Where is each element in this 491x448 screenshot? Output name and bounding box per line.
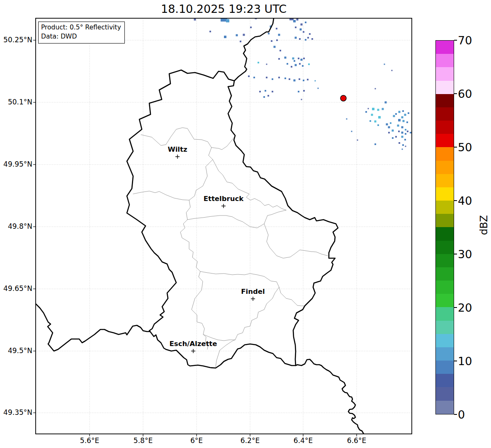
- colorbar-segment: [436, 374, 454, 387]
- radar-echo-pixel: [305, 22, 306, 23]
- colorbar-segment: [436, 187, 454, 201]
- colorbar-segment: [436, 107, 454, 121]
- radar-echo-pixel: [391, 70, 393, 71]
- radar-echo-pixel: [268, 33, 270, 34]
- radar-echo-layer: [194, 15, 412, 150]
- lon-tick-label: 6.2°E: [231, 437, 269, 444]
- radar-echo-pixel: [294, 60, 295, 62]
- radar-echo-pixel: [397, 125, 399, 127]
- radar-echo-pixel: [272, 78, 273, 80]
- radar-echo-pixel: [390, 122, 391, 124]
- radar-echo-pixel: [408, 112, 409, 114]
- colorbar-tick-label: 0: [458, 409, 465, 420]
- radar-echo-pixel: [351, 131, 352, 132]
- radar-echo-pixel: [406, 121, 408, 123]
- lon-tick-label: 6.6°E: [338, 437, 375, 444]
- city-label: Ettelbruck: [204, 195, 244, 203]
- radar-echo-pixel: [265, 90, 266, 92]
- lat-tick-label: 50.25°N: [1, 36, 32, 44]
- colorbar-tick-label: 60: [458, 88, 472, 99]
- colorbar-tick-mark: [454, 147, 457, 148]
- colorbar-tick-mark: [454, 307, 457, 308]
- radar-echo-pixel: [303, 31, 304, 33]
- colorbar-segment: [436, 387, 454, 400]
- colorbar-segment: [436, 281, 454, 294]
- radar-echo-pixel: [240, 41, 241, 42]
- radar-echo-pixel: [402, 144, 404, 146]
- radar-echo-pixel: [302, 65, 304, 67]
- map-plot: WiltzEttelbruckFindelEsch/Alzette: [0, 0, 491, 448]
- radar-echo-pixel: [263, 96, 265, 98]
- colorbar-tick-label: 40: [458, 195, 472, 206]
- colorbar-segment: [436, 174, 454, 187]
- radar-echo-pixel: [405, 133, 406, 135]
- radar-echo-pixel: [274, 46, 276, 48]
- radar-site-dot: [340, 95, 346, 101]
- radar-echo-pixel: [295, 27, 297, 28]
- border-france_belgium: [36, 304, 150, 351]
- colorbar-segment: [436, 347, 454, 361]
- radar-echo-pixel: [301, 24, 303, 26]
- data-source-line: Data: DWD: [41, 32, 121, 41]
- canton-border-line: [216, 287, 279, 367]
- canton-border-line: [187, 216, 264, 228]
- radar-echo-pixel: [284, 57, 287, 59]
- radar-echo-pixel: [301, 59, 303, 61]
- radar-echo-pixel: [307, 79, 309, 80]
- radar-site-marker: [340, 95, 346, 101]
- city-markers: WiltzEttelbruckFindelEsch/Alzette: [168, 145, 265, 353]
- border-belgium_germany: [234, 18, 274, 81]
- colorbar-tick-mark: [454, 414, 457, 415]
- lat-tick-label: 50.1°N: [1, 99, 32, 106]
- colorbar-segment: [436, 401, 454, 414]
- radar-echo-pixel: [293, 20, 296, 22]
- colorbar-segment: [436, 67, 454, 80]
- radar-echo-pixel: [315, 80, 316, 82]
- lon-tick-label: 6°E: [178, 437, 215, 444]
- colorbar-tick-label: 20: [458, 302, 472, 313]
- colorbar-segment: [436, 94, 454, 107]
- radar-echo-pixel: [375, 88, 376, 90]
- canton-borders: [133, 128, 328, 367]
- radar-echo-pixel: [365, 111, 367, 113]
- radar-echo-pixel: [289, 78, 290, 80]
- colorbar: [435, 40, 454, 414]
- radar-echo-pixel: [294, 80, 296, 82]
- radar-echo-pixel: [357, 140, 358, 141]
- radar-echo-pixel: [243, 34, 245, 36]
- radar-echo-pixel: [280, 50, 281, 51]
- radar-echo-pixel: [299, 63, 301, 65]
- radar-echo-pixel: [398, 119, 401, 121]
- colorbar-segment: [436, 241, 454, 254]
- radar-echo-pixel: [385, 102, 387, 104]
- city-group: Findel: [241, 288, 265, 301]
- radar-echo-pixel: [301, 99, 302, 100]
- radar-echo-pixel: [377, 124, 379, 126]
- radar-echo-pixel: [401, 116, 403, 119]
- lat-tick-label: 49.95°N: [1, 161, 32, 168]
- lat-tick-label: 49.8°N: [1, 223, 32, 230]
- colorbar-segment: [436, 334, 454, 347]
- radar-echo-pixel: [284, 77, 286, 79]
- radar-echo-pixel: [291, 66, 292, 68]
- radar-echo-pixel: [276, 28, 277, 29]
- canton-border-line: [141, 128, 211, 148]
- radar-echo-pixel: [266, 77, 267, 78]
- radar-echo-pixel: [399, 111, 401, 113]
- radar-echo-pixel: [298, 91, 299, 92]
- radar-echo-pixel: [259, 91, 261, 92]
- city-group: Ettelbruck: [204, 195, 244, 208]
- city-label: Esch/Alzette: [170, 340, 217, 348]
- radar-echo-pixel: [384, 64, 385, 65]
- radar-echo-pixel: [401, 126, 403, 128]
- radar-echo-pixel: [402, 149, 403, 150]
- country-borders: [36, 18, 364, 434]
- colorbar-segment: [436, 254, 454, 267]
- radar-echo-pixel: [395, 113, 397, 115]
- product-line: Product: 0.5° Reflectivity: [41, 23, 121, 32]
- colorbar-segment: [436, 214, 454, 227]
- canton-border-line: [211, 138, 234, 150]
- radar-echo-pixel: [308, 63, 310, 65]
- product-info-box: Product: 0.5° Reflectivity Data: DWD: [38, 22, 125, 44]
- colorbar-tick-label: 30: [458, 249, 472, 260]
